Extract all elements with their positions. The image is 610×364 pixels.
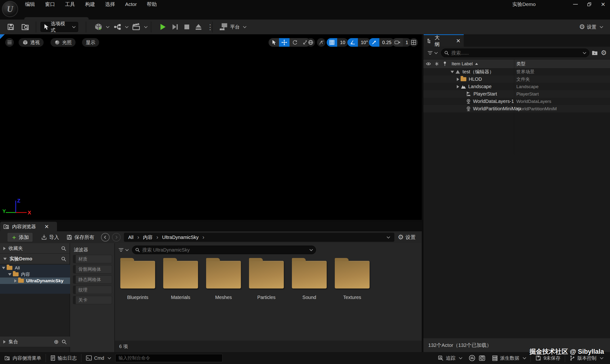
menu-build[interactable]: 构建 [80, 0, 100, 9]
restore-button[interactable] [582, 0, 596, 9]
outliner-search[interactable] [441, 49, 589, 57]
asset-search-input[interactable] [142, 247, 306, 253]
editor-mode-select[interactable]: 选项模式 [40, 22, 78, 32]
outliner-row-worlddatalayers[interactable]: WorldDataLayers-1 WorldDataLayers [423, 98, 610, 105]
folder-materials[interactable]: Materials [159, 258, 202, 300]
outliner-search-input[interactable] [451, 50, 580, 56]
filter-static-mesh[interactable]: 静态网格体 [73, 275, 112, 284]
outliner-row-playerstart[interactable]: PlayerStart PlayerStart [423, 90, 610, 98]
insights-icon-1[interactable] [468, 354, 476, 362]
item-label-column-header[interactable]: Item Label [452, 61, 473, 66]
frame-skip-icon[interactable] [171, 23, 179, 31]
select-tool-button[interactable] [269, 38, 279, 47]
path-dropdown-icon[interactable] [387, 235, 390, 238]
outliner-tab[interactable]: 大纲 [424, 34, 464, 47]
visibility-column-icon[interactable] [426, 62, 431, 66]
outliner-row-minimap[interactable]: WorldPartitionMiniMap WorldPartitionMini… [423, 105, 610, 112]
console-input-box[interactable] [115, 354, 222, 362]
chevron-down-icon[interactable] [583, 51, 586, 54]
cmd-selector[interactable]: Cmd [81, 352, 115, 364]
filter-material[interactable]: 材质 [73, 255, 112, 263]
close-icon[interactable] [45, 223, 49, 230]
filter-skeletal-mesh[interactable]: 骨骼网格体 [73, 265, 112, 273]
angle-snap-button[interactable] [347, 38, 358, 47]
settings-button[interactable]: 设置 [579, 21, 603, 32]
menu-edit[interactable]: 编辑 [20, 0, 40, 9]
camera-speed-button[interactable] [392, 38, 403, 47]
expander-closed-icon[interactable] [3, 340, 6, 343]
eject-icon[interactable] [195, 23, 202, 31]
console-input[interactable] [118, 355, 220, 361]
filter-icon[interactable] [118, 247, 124, 252]
breadcrumb-content[interactable]: 内容 [143, 234, 153, 241]
trace-button[interactable]: 追踪 [433, 352, 467, 364]
close-button[interactable] [596, 0, 610, 9]
blueprints-button[interactable] [113, 21, 129, 32]
menu-actor[interactable]: Actor [120, 0, 142, 9]
outliner-row-landscape[interactable]: Landscape Landscape [423, 83, 610, 90]
add-button[interactable]: ＋ 添加 [7, 233, 33, 242]
outliner-settings-icon[interactable] [601, 50, 607, 56]
viewport-show-button[interactable]: 显示 [82, 38, 99, 47]
outliner-row-hlod[interactable]: HLOD 文件夹 [423, 76, 610, 83]
world-local-toggle[interactable] [306, 38, 315, 47]
breadcrumb-all[interactable]: All [128, 235, 133, 240]
menu-window[interactable]: 窗口 [40, 0, 60, 9]
save-level-button[interactable] [7, 21, 15, 32]
folder-blueprints[interactable]: Blueprints [116, 258, 159, 300]
add-actor-button[interactable]: + [94, 21, 109, 32]
rotate-tool-button[interactable] [289, 38, 300, 47]
viewport-lit-button[interactable]: 光照 [51, 38, 76, 47]
asset-search[interactable] [132, 246, 316, 254]
project-section-header[interactable]: 实验Demo [0, 254, 70, 264]
level-viewport[interactable]: 透视 光照 显示 [0, 34, 422, 220]
menu-help[interactable]: 帮助 [142, 0, 162, 9]
cinematics-button[interactable] [132, 21, 147, 32]
viewport-options-button[interactable] [5, 38, 14, 47]
search-icon[interactable] [61, 246, 66, 251]
expander-open-icon[interactable] [2, 267, 5, 269]
expander-closed-icon[interactable] [14, 279, 17, 283]
back-button[interactable] [101, 233, 110, 242]
chevron-down-icon[interactable] [125, 248, 129, 251]
quad-view-button[interactable] [409, 38, 418, 47]
grid-snap-button[interactable] [327, 38, 337, 47]
content-settings-button[interactable]: 设置 [398, 234, 415, 241]
surface-snap-button[interactable] [317, 38, 325, 47]
more-options-icon[interactable] [207, 23, 214, 31]
stop-icon[interactable] [183, 23, 190, 30]
expander-closed-icon[interactable] [455, 78, 461, 81]
minimize-button[interactable] [569, 0, 582, 9]
folder-meshes[interactable]: Meshes [202, 258, 245, 300]
browse-content-button[interactable] [21, 21, 30, 32]
pin-column-icon[interactable] [443, 61, 447, 66]
breadcrumb-ultradynamicsky[interactable]: UltraDynamicSky [162, 235, 198, 240]
menu-select[interactable]: 选择 [100, 0, 120, 9]
outliner-row-world[interactable]: test（编辑器） 世界场景 [423, 68, 610, 76]
expander-open-icon[interactable] [450, 71, 455, 73]
type-column-header[interactable]: 类型 [516, 61, 525, 67]
chevron-down-icon[interactable] [310, 248, 313, 251]
filter-level[interactable]: 关卡 [73, 296, 112, 304]
favorite-column-icon[interactable] [434, 62, 439, 66]
viewport-perspective-button[interactable]: 透视 [19, 38, 44, 47]
derived-data-button[interactable]: 派生数据 [488, 352, 531, 364]
tree-item-content[interactable]: 内容 [0, 271, 70, 277]
folder-sound[interactable]: Sound [288, 258, 331, 300]
add-collection-icon[interactable] [54, 338, 59, 345]
forward-button[interactable] [112, 233, 121, 242]
grid-snap-value[interactable]: 10 [337, 38, 348, 47]
play-icon[interactable] [158, 23, 167, 31]
search-icon[interactable] [62, 339, 67, 344]
filter-texture[interactable]: 纹理 [73, 286, 112, 294]
content-browser-tab[interactable]: 内容浏览器 [0, 222, 57, 231]
save-all-button[interactable]: 保存所有 [66, 234, 94, 241]
menu-tools[interactable]: 工具 [60, 0, 80, 9]
output-log-button[interactable]: 输出日志 [46, 352, 81, 364]
expander-open-icon[interactable] [3, 258, 7, 260]
chevron-down-icon[interactable] [434, 51, 438, 54]
favorites-section-header[interactable]: 收藏夹 [0, 243, 70, 254]
tree-item-all[interactable]: All [0, 265, 70, 271]
search-icon[interactable] [61, 256, 66, 261]
close-icon[interactable] [456, 37, 460, 45]
